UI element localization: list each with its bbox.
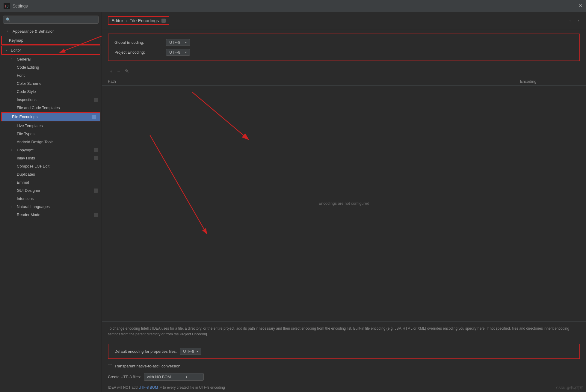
edit-button[interactable]: ✎ — [123, 68, 131, 75]
sidebar-item-inlay-hints[interactable]: › Inlay Hints — [0, 154, 102, 162]
sidebar-item-label: Emmet — [17, 180, 29, 185]
sidebar-item-label: File and Code Templates — [17, 105, 60, 110]
empty-table-text: Encodings are not configured — [318, 201, 369, 206]
search-icon: 🔍 — [6, 17, 10, 22]
close-button[interactable]: ✕ — [579, 3, 582, 9]
chevron-right-icon: › — [11, 90, 16, 93]
sidebar-item-label: Editor — [11, 48, 21, 52]
panel-header: Editor › File Encodings ← → — [102, 12, 586, 29]
panel-content: Global Encoding: UTF-8 ▾ Project Encodin… — [102, 29, 586, 392]
create-utf8-dropdown[interactable]: with NO BOM ▾ — [144, 373, 204, 381]
sidebar-item-label: Natural Languages — [17, 204, 50, 209]
chevron-right-icon: › — [11, 58, 16, 61]
create-utf8-row: Create UTF-8 files: with NO BOM ▾ — [102, 371, 586, 383]
sidebar-item-label: File Types — [17, 132, 34, 136]
chevron-down-icon: ∨ — [5, 49, 10, 52]
sidebar-item-intentions[interactable]: › Intentions — [0, 195, 102, 203]
settings-icon — [92, 115, 96, 119]
sidebar-item-label: Live Templates — [17, 123, 43, 128]
settings-icon — [94, 213, 98, 217]
settings-window: I J Settings ✕ 🔍 › Appearance & Behavior… — [0, 0, 586, 392]
project-encoding-value: UTF-8 — [169, 50, 180, 55]
chevron-right-icon: › — [11, 181, 16, 184]
global-encoding-row: Global Encoding: UTF-8 ▾ — [114, 39, 573, 46]
global-encoding-label: Global Encoding: — [114, 40, 162, 45]
project-encoding-row: Project Encoding: UTF-8 ▾ — [114, 49, 573, 56]
sort-icon[interactable]: ↑ — [117, 79, 119, 84]
sidebar-item-compose-live-edit[interactable]: › Compose Live Edit — [0, 162, 102, 170]
sidebar-item-label: Android Design Tools — [17, 140, 54, 144]
sidebar-item-label: Duplicates — [17, 172, 35, 177]
sidebar-item-keymap[interactable]: Keymap — [2, 36, 100, 44]
default-encoding-value: UTF-8 — [183, 349, 194, 354]
transparent-checkbox[interactable] — [108, 364, 112, 368]
sidebar-item-live-templates[interactable]: › Live Templates — [0, 122, 102, 130]
bottom-note: IDEA will NOT add UTF-8 BOM ↗ to every c… — [102, 383, 586, 392]
nav-arrows: ← → — [569, 18, 580, 23]
sidebar-item-label: GUI Designer — [17, 188, 40, 193]
transparent-checkbox-row: Transparent native-to-ascii conversion — [102, 361, 586, 371]
chevron-right-icon: › — [11, 205, 16, 208]
transparent-checkbox-label: Transparent native-to-ascii conversion — [114, 364, 180, 368]
sidebar-item-code-style[interactable]: › Code Style — [0, 88, 102, 96]
sidebar-item-reader-mode[interactable]: › Reader Mode — [0, 211, 102, 219]
sidebar-item-copyright[interactable]: › Copyright — [0, 146, 102, 154]
col-path-label: Path — [108, 79, 116, 84]
search-input[interactable] — [12, 17, 96, 22]
watermark: CSDN @半杯可可 — [556, 386, 583, 390]
default-encoding-dropdown[interactable]: UTF-8 ▾ — [180, 348, 201, 355]
utf8-bom-link[interactable]: UTF-8 BOM — [138, 385, 158, 390]
chevron-right-icon: › — [11, 148, 16, 152]
back-button[interactable]: ← — [569, 18, 573, 23]
dropdown-arrow-icon: ▾ — [185, 41, 187, 44]
sidebar-item-file-code-templates[interactable]: › File and Code Templates — [0, 104, 102, 112]
forward-button[interactable]: → — [575, 18, 580, 23]
add-button[interactable]: + — [108, 68, 114, 75]
chevron-right-icon: › — [7, 30, 11, 33]
sidebar-item-color-scheme[interactable]: › Color Scheme — [0, 79, 102, 88]
settings-icon — [94, 148, 98, 152]
svg-text:J: J — [7, 4, 9, 8]
sidebar-item-appearance[interactable]: › Appearance & Behavior — [0, 27, 102, 35]
sidebar-item-label: Copyright — [17, 148, 34, 152]
sidebar-item-duplicates[interactable]: › Duplicates — [0, 170, 102, 178]
sidebar-item-inspections[interactable]: › Inspections — [0, 96, 102, 104]
remove-button[interactable]: − — [115, 68, 122, 75]
table-header: Path ↑ Encoding — [102, 77, 586, 86]
search-box[interactable]: 🔍 — [3, 16, 99, 24]
sidebar-item-gui-designer[interactable]: › GUI Designer — [0, 186, 102, 195]
titlebar: I J Settings ✕ — [0, 0, 586, 12]
sidebar-item-label: Reader Mode — [17, 212, 40, 217]
sidebar-item-label: Code Editing — [17, 65, 39, 70]
sidebar-item-general[interactable]: › General — [0, 55, 102, 63]
sidebar-item-file-encodings[interactable]: File Encodings — [1, 112, 100, 121]
breadcrumb-part2: File Encodings — [129, 18, 159, 23]
default-encoding-label: Default encoding for properties files: — [114, 349, 177, 354]
project-encoding-dropdown[interactable]: UTF-8 ▾ — [166, 49, 190, 56]
sidebar-item-emmet[interactable]: › Emmet — [0, 178, 102, 186]
sidebar-item-natural-languages[interactable]: › Natural Languages — [0, 203, 102, 211]
sidebar-item-android-design-tools[interactable]: › Android Design Tools — [0, 138, 102, 146]
col-encoding-label: Encoding — [520, 79, 536, 84]
encoding-section: Global Encoding: UTF-8 ▾ Project Encodin… — [108, 34, 580, 61]
bottom-note-suffix: ↗ to every created file in UTF-8 encodin… — [159, 385, 225, 390]
svg-text:I: I — [5, 4, 6, 8]
sidebar-item-font[interactable]: › Font — [0, 71, 102, 79]
global-encoding-value: UTF-8 — [169, 40, 180, 45]
dropdown-arrow-icon: ▾ — [197, 350, 198, 353]
sidebar-item-label: Code Style — [17, 89, 36, 94]
create-utf8-value: with NO BOM — [147, 375, 171, 379]
create-utf8-label: Create UTF-8 files: — [108, 375, 141, 379]
app-logo: I J — [4, 3, 10, 9]
window-title: Settings — [13, 4, 28, 8]
sidebar-item-code-editing[interactable]: › Code Editing — [0, 63, 102, 71]
main-panel: Editor › File Encodings ← → Global Encod… — [102, 12, 586, 392]
dropdown-arrow-icon: ▾ — [185, 51, 187, 54]
chevron-right-icon: › — [11, 82, 16, 85]
sidebar-item-file-types[interactable]: › File Types — [0, 130, 102, 138]
settings-icon — [94, 156, 98, 160]
sidebar-item-editor[interactable]: ∨ Editor — [2, 46, 100, 54]
global-encoding-dropdown[interactable]: UTF-8 ▾ — [166, 39, 190, 46]
default-encoding-section: Default encoding for properties files: U… — [108, 344, 580, 359]
table-body: Encodings are not configured — [102, 86, 586, 321]
